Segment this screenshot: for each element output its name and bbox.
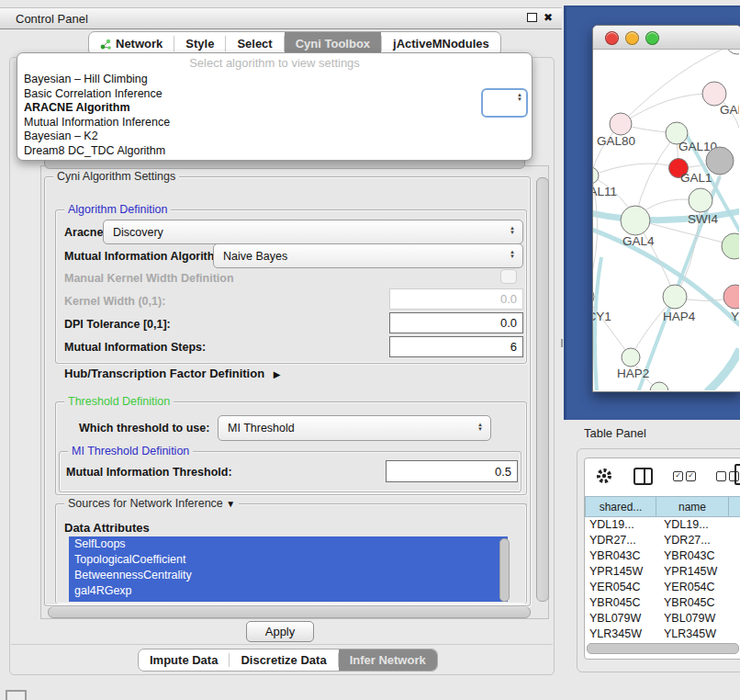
table-header-row: shared...name <box>585 496 740 517</box>
network-node[interactable] <box>663 285 687 309</box>
horizontal-scrollbar[interactable] <box>48 606 531 618</box>
network-node[interactable] <box>593 287 594 307</box>
table-cell: 12 <box>735 533 740 548</box>
mi-threshold-field[interactable] <box>386 460 518 482</box>
algorithm-option[interactable]: Mutual Information Inference <box>17 116 532 130</box>
combo-stepper-icon: ▲▼ <box>517 93 522 102</box>
tab-label: Discretize Data <box>241 653 326 667</box>
attribute-item[interactable]: SelfLoops <box>69 536 508 552</box>
table-cell: YBR043C <box>585 548 659 564</box>
table-row[interactable]: YBR043CYBR043C <box>585 548 740 564</box>
float-panel-icon[interactable] <box>527 13 537 22</box>
table-cell <box>735 611 740 627</box>
table-cell: YPR145W <box>585 564 659 580</box>
mi-type-combo[interactable]: Naive Bayes ▲▼ <box>213 243 523 268</box>
table-cell: YDR27... <box>585 533 659 548</box>
aracne-mode-combo[interactable]: Discovery ▲▼ <box>103 220 523 244</box>
algorithm-option[interactable]: Bayesian – K2 <box>17 130 532 144</box>
data-attributes-label: Data Attributes <box>64 521 150 535</box>
vertical-scrollbar[interactable] <box>536 177 549 602</box>
kernel-width-label: Kernel Width (0,1): <box>64 295 165 308</box>
dpi-tolerance-field[interactable] <box>389 312 523 333</box>
algorithm-option[interactable]: Dream8 DC_TDC Algorithm <box>17 144 532 159</box>
network-edge[interactable] <box>593 164 678 175</box>
which-threshold-value: MI Threshold <box>228 422 490 435</box>
node-label: GAL4 <box>622 234 655 248</box>
network-node[interactable] <box>689 188 712 212</box>
document-icon[interactable] <box>734 464 740 485</box>
attribute-item[interactable]: BetweennessCentrality <box>69 568 508 583</box>
table-row[interactable]: YBR045CYBR045C9. <box>585 595 740 611</box>
kernel-width-field[interactable] <box>389 288 523 310</box>
network-node[interactable] <box>621 206 650 235</box>
table-cell: 9. <box>735 564 740 580</box>
table-row[interactable]: YLR345WYLR345W9. <box>585 627 740 642</box>
tab-label: Network <box>116 37 163 51</box>
dock-icon[interactable] <box>6 690 27 700</box>
network-node[interactable] <box>723 285 739 309</box>
network-edge[interactable] <box>707 349 739 390</box>
tab-infer-network[interactable]: Infer Network <box>339 649 437 671</box>
cyni-settings-title: Cyni Algorithm Settings <box>53 170 179 183</box>
column-header[interactable]: shared... <box>585 496 656 517</box>
mi-type-value: Naive Bayes <box>223 250 522 263</box>
tab-label: Cyni Toolbox <box>296 37 370 51</box>
tab-label: Style <box>185 37 214 51</box>
table-row[interactable]: YDR27...YDR27...12 <box>585 533 740 548</box>
gear-icon[interactable] <box>595 467 613 485</box>
attribute-item[interactable]: TopologicalCoefficient <box>69 552 508 568</box>
split-columns-icon[interactable] <box>633 468 653 485</box>
table-cell: YER054C <box>659 580 735 595</box>
table-row[interactable]: YER054CYER054C8. <box>585 580 740 595</box>
tab-discretize-data[interactable]: Discretize Data <box>230 649 337 671</box>
network-node[interactable] <box>610 113 632 135</box>
attribute-item[interactable]: gal4RGexp <box>69 583 508 599</box>
column-header[interactable]: name <box>656 496 729 517</box>
table-cell: YBR045C <box>659 595 735 611</box>
network-edge[interactable] <box>635 133 677 220</box>
tab-impute-data[interactable]: Impute Data <box>139 649 229 671</box>
sources-toggle[interactable]: Sources for Network Inference ▼ <box>64 497 239 510</box>
close-window-icon[interactable] <box>605 31 619 45</box>
apply-button[interactable]: Apply <box>246 621 314 642</box>
network-window[interactable]: GALGAL80GAL10GAL1GAL11GAL4SWI4GCY1HAP4YH… <box>592 25 740 392</box>
table-cell: YER054C <box>585 580 659 595</box>
table-horizontal-scrollbar[interactable] <box>587 643 739 654</box>
network-node[interactable] <box>726 50 739 54</box>
sources-title: Sources for Network Inference <box>68 497 223 510</box>
hub-section-toggle[interactable]: Hub/Transcription Factor Definition ▶ <box>64 367 280 380</box>
select-all-columns-icon[interactable]: ✓ ✓ <box>673 471 696 481</box>
column-header[interactable] <box>729 496 740 517</box>
algorithm-option[interactable]: Bayesian – Hill Climbing <box>17 73 532 87</box>
attributes-scrollbar[interactable] <box>499 538 510 602</box>
table-cell: YDR27... <box>659 533 735 548</box>
table-row[interactable]: YPR145WYPR145W9. <box>585 564 740 580</box>
data-attributes-list[interactable]: SelfLoopsTopologicalCoefficientBetweenne… <box>69 536 508 602</box>
table-row[interactable]: YDL19...YDL19...13 <box>585 517 740 533</box>
dpi-tolerance-label: DPI Tolerance [0,1]: <box>64 318 171 331</box>
control-panel-title: Control Panel <box>16 12 88 26</box>
network-node[interactable] <box>650 382 668 390</box>
table-cell <box>735 548 740 564</box>
table-row[interactable]: YBL079WYBL079W <box>585 611 740 627</box>
node-label: SWI4 <box>688 212 718 226</box>
zoom-window-icon[interactable] <box>645 31 659 45</box>
control-panel-titlebar: Control Panel ✖ <box>0 7 562 29</box>
close-panel-icon[interactable]: ✖ <box>544 12 553 23</box>
network-node[interactable] <box>593 167 599 184</box>
which-threshold-combo[interactable]: MI Threshold ▲▼ <box>218 415 491 441</box>
manual-kernel-checkbox[interactable] <box>500 269 517 284</box>
network-window-titlebar[interactable] <box>593 26 740 50</box>
network-canvas[interactable]: GALGAL80GAL10GAL1GAL11GAL4SWI4GCY1HAP4YH… <box>593 50 739 390</box>
network-node[interactable] <box>622 348 640 367</box>
minimize-window-icon[interactable] <box>625 31 639 45</box>
algorithm-option[interactable]: ARACNE Algorithm <box>17 101 532 116</box>
network-edge[interactable] <box>595 257 601 390</box>
algorithm-option[interactable]: Basic Correlation Inference <box>17 87 532 102</box>
mi-steps-field[interactable] <box>389 336 523 357</box>
network-edge[interactable] <box>593 296 631 357</box>
table-cell: YDL19... <box>659 517 735 533</box>
algorithm-combo-fragment[interactable]: ▲▼ <box>481 88 528 118</box>
network-node[interactable] <box>722 233 739 259</box>
network-edge[interactable] <box>621 94 714 124</box>
